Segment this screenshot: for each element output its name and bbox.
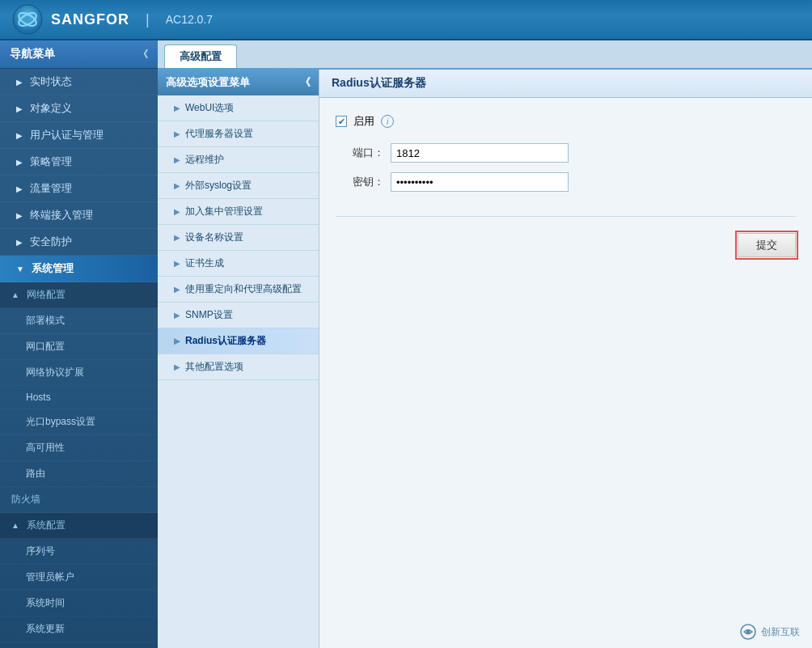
sidebar: 导航菜单 《 ▶ 实时状态 ▶ 对象定义 ▶ 用户认证与管理 ▶ 策略管理 ▶ …: [0, 40, 158, 648]
header: SANGFOR | AC12.0.7: [0, 0, 812, 40]
bullet-icon: ▶: [174, 233, 180, 242]
submit-row: 提交: [336, 216, 796, 257]
left-menu-radius[interactable]: ▶ Radius认证服务器: [158, 328, 319, 354]
sidebar-item-sysadmin[interactable]: ▼ 系统管理: [0, 256, 158, 282]
left-menu-header: 高级选项设置菜单 《: [158, 70, 319, 95]
sidebar-section-network[interactable]: ▲ 网络配置: [0, 282, 158, 308]
sidebar-item-serial[interactable]: 序列号: [0, 539, 158, 565]
sidebar-item-label: 终端接入管理: [30, 208, 93, 222]
brand-name: SANGFOR: [51, 11, 129, 28]
secret-row: 密钥：: [336, 172, 796, 192]
bullet-icon: ▶: [174, 259, 180, 268]
bullet-icon: ▶: [174, 285, 180, 294]
submit-button[interactable]: 提交: [738, 233, 796, 257]
sidebar-item-realtime[interactable]: ▶ 实时状态: [0, 69, 158, 95]
sidebar-item-deploy[interactable]: 部署模式: [0, 308, 158, 334]
sidebar-item-label: 用户认证与管理: [30, 128, 104, 142]
sidebar-item-objects[interactable]: ▶ 对象定义: [0, 95, 158, 122]
sidebar-item-netport[interactable]: 网口配置: [0, 334, 158, 360]
arrow-icon: ▶: [16, 78, 23, 87]
sidebar-item-time[interactable]: 系统时间: [0, 591, 158, 616]
bullet-icon: ▶: [174, 311, 180, 320]
sangfor-logo: [12, 4, 43, 35]
arrow-icon: ▶: [16, 104, 23, 113]
logo-area: SANGFOR | AC12.0.7: [12, 4, 213, 35]
svg-point-5: [746, 630, 751, 634]
sidebar-item-traffic[interactable]: ▶ 流量管理: [0, 176, 158, 202]
sidebar-item-label: Hosts: [26, 392, 51, 403]
enable-checkbox[interactable]: ✔: [336, 116, 347, 127]
arrow-icon: ▼: [16, 265, 24, 273]
header-divider: |: [146, 11, 150, 28]
secret-label: 密钥：: [336, 175, 384, 189]
svg-point-3: [24, 16, 31, 23]
left-menu-central[interactable]: ▶ 加入集中管理设置: [158, 199, 319, 225]
arrow-icon: ▶: [16, 211, 23, 220]
sidebar-item-label: 策略管理: [30, 155, 72, 169]
tab-bar: 高级配置: [158, 40, 812, 70]
arrow-icon: ▶: [16, 131, 23, 140]
left-menu-syslog[interactable]: ▶ 外部syslog设置: [158, 173, 319, 199]
left-menu-item-label: 其他配置选项: [185, 360, 243, 374]
port-label: 端口：: [336, 146, 384, 160]
left-menu-item-label: 设备名称设置: [185, 231, 243, 244]
sidebar-item-label: 安全防护: [30, 235, 72, 249]
left-menu-item-label: 加入集中管理设置: [185, 205, 263, 218]
sidebar-item-hosts[interactable]: Hosts: [0, 386, 158, 409]
sidebar-item-bypass[interactable]: 光口bypass设置: [0, 409, 158, 435]
sidebar-item-label: 实时状态: [30, 74, 72, 89]
port-input[interactable]: [391, 143, 569, 163]
sidebar-item-route[interactable]: 路由: [0, 461, 158, 487]
sidebar-item-label: 网口配置: [26, 340, 65, 354]
left-menu-remote[interactable]: ▶ 远程维护: [158, 147, 319, 173]
tab-advanced[interactable]: 高级配置: [164, 44, 237, 68]
left-menu-item-label: 外部syslog设置: [185, 179, 252, 193]
sidebar-item-terminal[interactable]: ▶ 终端接入管理: [0, 202, 158, 229]
right-panel-title: Radius认证服务器: [319, 70, 812, 98]
sidebar-item-label: 系统管理: [32, 261, 74, 276]
bullet-icon: ▶: [174, 207, 180, 216]
sidebar-section-firewall[interactable]: 防火墙: [0, 487, 158, 513]
left-menu-other[interactable]: ▶ 其他配置选项: [158, 354, 319, 380]
left-menu-item-label: SNMP设置: [185, 308, 233, 322]
left-menu-collapse[interactable]: 《: [300, 75, 311, 90]
arrow-icon: ▶: [16, 184, 23, 193]
sidebar-title: 导航菜单: [10, 47, 55, 61]
right-panel: Radius认证服务器 ✔ 启用 i 端口：: [319, 70, 812, 648]
port-row: 端口：: [336, 143, 796, 163]
secret-input[interactable]: [391, 172, 569, 192]
sidebar-item-security[interactable]: ▶ 安全防护: [0, 229, 158, 256]
left-menu-webui[interactable]: ▶ WebUI选项: [158, 95, 319, 121]
bullet-icon: ▶: [174, 337, 180, 345]
left-menu-snmp[interactable]: ▶ SNMP设置: [158, 303, 319, 328]
info-icon[interactable]: i: [381, 115, 394, 128]
sidebar-item-label: 网络协议扩展: [26, 366, 84, 379]
sidebar-item-auth[interactable]: ▶ 用户认证与管理: [0, 122, 158, 149]
header-version: AC12.0.7: [166, 13, 213, 26]
sidebar-collapse-icon[interactable]: 《: [138, 48, 148, 61]
sidebar-section-sysconfig[interactable]: ▲ 系统配置: [0, 513, 158, 539]
sidebar-item-label: 防火墙: [11, 493, 40, 506]
main-container: 导航菜单 《 ▶ 实时状态 ▶ 对象定义 ▶ 用户认证与管理 ▶ 策略管理 ▶ …: [0, 40, 812, 648]
left-menu-proxy[interactable]: ▶ 代理服务器设置: [158, 121, 319, 147]
sidebar-item-alert[interactable]: 告警选项: [0, 642, 158, 648]
arrow-icon: ▲: [11, 521, 19, 530]
sidebar-item-label: 网络配置: [27, 288, 66, 302]
panel-title-text: Radius认证服务器: [332, 76, 426, 89]
sidebar-item-label: 序列号: [26, 544, 55, 558]
sidebar-item-policy[interactable]: ▶ 策略管理: [0, 149, 158, 176]
left-menu-cert[interactable]: ▶ 证书生成: [158, 251, 319, 277]
brand-logo-icon: [740, 624, 756, 640]
sidebar-item-admin[interactable]: 管理员帐户: [0, 565, 158, 591]
sidebar-item-label: 高可用性: [26, 441, 65, 455]
left-menu-devname[interactable]: ▶ 设备名称设置: [158, 225, 319, 251]
enable-row: ✔ 启用 i: [336, 114, 796, 129]
sidebar-item-label: 系统更新: [26, 622, 65, 636]
sidebar-item-label: 路由: [26, 467, 45, 481]
sidebar-item-ha[interactable]: 高可用性: [0, 435, 158, 461]
sidebar-item-netproto[interactable]: 网络协议扩展: [0, 360, 158, 386]
sidebar-item-update[interactable]: 系统更新: [0, 616, 158, 642]
left-menu-redirect[interactable]: ▶ 使用重定向和代理高级配置: [158, 277, 319, 303]
bullet-icon: ▶: [174, 362, 180, 371]
left-menu-item-label: Radius认证服务器: [185, 334, 266, 348]
